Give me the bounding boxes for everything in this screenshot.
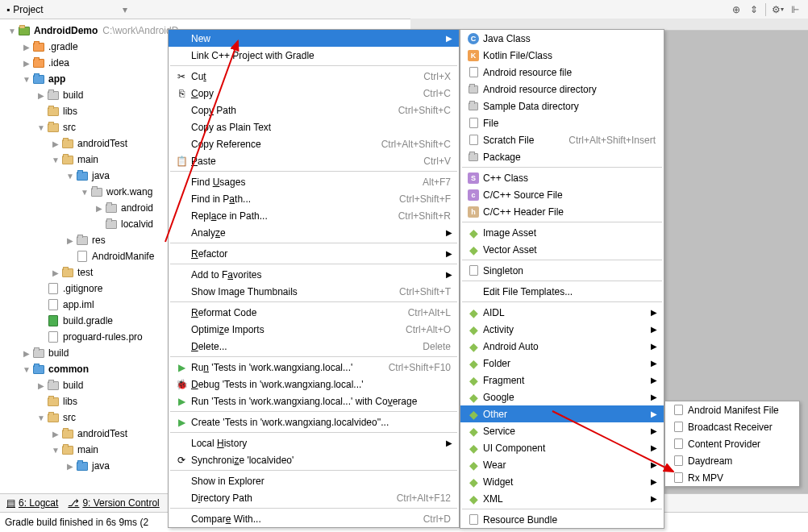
folder-icon xyxy=(90,186,103,197)
menu-item[interactable]: Reformat CodeCtrl+Alt+L xyxy=(169,304,459,321)
menu-item[interactable]: ▶Run 'Tests in 'work.wangxiang.local...'… xyxy=(169,393,459,409)
hide-icon[interactable]: ⊩ xyxy=(789,3,802,16)
menu-item[interactable]: ▶Run 'Tests in 'work.wangxiang.local...'… xyxy=(169,359,459,376)
menu-item[interactable]: ◆Widget▶ xyxy=(460,473,664,490)
menu-item[interactable]: KKotlin File/Class xyxy=(460,47,664,64)
menu-item[interactable]: SC++ Class xyxy=(460,169,664,186)
menu-icon: ▶ xyxy=(173,396,190,407)
tree-arrow-icon[interactable]: ▼ xyxy=(50,156,61,164)
menu-item[interactable]: Package xyxy=(460,148,664,165)
menu-icon xyxy=(465,135,481,145)
tree-arrow-icon[interactable]: ▼ xyxy=(65,172,76,181)
menu-item[interactable]: ◆Vector Asset xyxy=(460,241,664,258)
menu-item[interactable]: ◆Fragment▶ xyxy=(460,372,664,389)
menu-item[interactable]: ◆Service▶ xyxy=(460,422,664,439)
menu-item[interactable]: ⎘CopyCtrl+C xyxy=(169,85,459,102)
menu-item[interactable]: 📋PasteCtrl+V xyxy=(169,152,459,169)
menu-item[interactable]: ◆Wear▶ xyxy=(460,456,664,473)
menu-item[interactable]: Android resource directory xyxy=(460,81,664,98)
tree-arrow-icon[interactable]: ▼ xyxy=(21,365,32,374)
menu-item[interactable]: Optimize ImportsCtrl+Alt+O xyxy=(169,321,459,338)
menu-item[interactable]: ◆UI Component▶ xyxy=(460,439,664,456)
tree-arrow-icon[interactable]: ▶ xyxy=(21,43,32,52)
gear-icon[interactable]: ⚙▾ xyxy=(771,3,784,16)
menu-item[interactable]: Android Manifest File xyxy=(665,401,799,418)
menu-icon: ▶ xyxy=(173,417,190,428)
menu-item[interactable]: ▶Create 'Tests in 'work.wangxiang.localv… xyxy=(169,414,459,430)
menu-item[interactable]: Replace in Path...Ctrl+Shift+R xyxy=(169,207,459,224)
tree-arrow-icon[interactable]: ▶ xyxy=(65,236,76,245)
tree-arrow-icon[interactable]: ▼ xyxy=(21,75,32,84)
menu-item[interactable]: Compare With...Ctrl+D xyxy=(169,510,459,527)
menu-item[interactable]: Resource Bundle xyxy=(460,511,664,528)
menu-item[interactable]: Rx MPV xyxy=(665,469,799,486)
menu-item[interactable]: Sample Data directory xyxy=(460,98,664,114)
menu-item[interactable]: ⟳Synchronize 'localvideo' xyxy=(169,451,459,468)
tree-arrow-icon[interactable]: ▶ xyxy=(21,59,32,68)
menu-item[interactable]: Local History▶ xyxy=(169,434,459,451)
menu-item[interactable]: CJava Class xyxy=(460,30,664,47)
menu-item[interactable]: Show Image ThumbnailsCtrl+Shift+T xyxy=(169,283,459,300)
menu-item[interactable]: ✂CutCtrl+X xyxy=(169,68,459,85)
dropdown-arrow-icon[interactable]: ▾ xyxy=(123,4,127,15)
menu-item[interactable]: Daydream xyxy=(665,452,799,469)
submenu-arrow-icon: ▶ xyxy=(649,426,659,435)
menu-item[interactable]: File xyxy=(460,114,664,131)
menu-item[interactable]: Android resource file xyxy=(460,64,664,81)
tree-arrow-icon[interactable]: ▼ xyxy=(50,446,61,455)
menu-item[interactable]: cC/C++ Source File xyxy=(460,186,664,203)
menu-item[interactable]: Delete...Delete xyxy=(169,338,459,355)
menu-label: AIDL xyxy=(481,307,649,318)
target-icon[interactable]: ⊕ xyxy=(730,3,743,16)
collapse-icon[interactable]: ⇕ xyxy=(748,3,760,16)
menu-icon: K xyxy=(465,50,481,61)
menu-item[interactable]: Broadcast Receiver xyxy=(665,418,799,435)
menu-icon xyxy=(670,472,686,483)
menu-item[interactable]: Scratch FileCtrl+Alt+Shift+Insert xyxy=(460,131,664,148)
menu-item[interactable]: Edit File Templates... xyxy=(460,283,664,300)
menu-item[interactable]: Content Provider xyxy=(665,435,799,452)
tree-arrow-icon[interactable]: ▶ xyxy=(65,462,76,471)
tree-arrow-icon[interactable]: ▼ xyxy=(6,27,18,35)
menu-item[interactable]: ◆Image Asset xyxy=(460,224,664,241)
menu-item[interactable]: ◆Other▶ xyxy=(460,405,664,422)
menu-item[interactable]: ◆AIDL▶ xyxy=(460,304,664,321)
menu-item[interactable]: Directory PathCtrl+Alt+F12 xyxy=(169,489,459,506)
menu-item[interactable]: Add to Favorites▶ xyxy=(169,266,459,283)
menu-item[interactable]: Singleton xyxy=(460,262,664,279)
tree-arrow-icon[interactable]: ▶ xyxy=(50,268,61,277)
tree-arrow-icon[interactable]: ▶ xyxy=(50,430,61,438)
submenu-arrow-icon: ▶ xyxy=(649,477,659,486)
menu-item[interactable]: hC/C++ Header File xyxy=(460,203,664,220)
menu-item[interactable]: ◆Activity▶ xyxy=(460,321,664,338)
menu-shortcut: Ctrl+Shift+C xyxy=(398,105,454,116)
version-control-tab[interactable]: ⎇ 9: Version Control xyxy=(68,497,159,509)
menu-item[interactable]: Find in Path...Ctrl+Shift+F xyxy=(169,190,459,207)
tree-arrow-icon[interactable]: ▶ xyxy=(35,91,47,100)
tree-arrow-icon[interactable]: ▶ xyxy=(50,139,61,148)
menu-item[interactable]: Copy PathCtrl+Shift+C xyxy=(169,102,459,118)
menu-item[interactable]: 🐞Debug 'Tests in 'work.wangxiang.local..… xyxy=(169,376,459,393)
tree-arrow-icon[interactable]: ▼ xyxy=(79,188,90,197)
menu-item[interactable]: Copy ReferenceCtrl+Alt+Shift+C xyxy=(169,135,459,152)
logcat-tab[interactable]: ▤ 6: Logcat xyxy=(6,497,58,509)
tree-label: libs xyxy=(63,396,77,407)
menu-item[interactable]: ◆Android Auto▶ xyxy=(460,338,664,355)
menu-item[interactable]: Link C++ Project with Gradle xyxy=(169,47,459,64)
menu-item[interactable]: New▶ xyxy=(169,30,459,47)
tree-label: .idea xyxy=(48,57,69,69)
tree-arrow-icon[interactable]: ▶ xyxy=(35,381,47,390)
menu-item[interactable]: Show in Explorer xyxy=(169,472,459,489)
menu-item[interactable]: Copy as Plain Text xyxy=(169,118,459,135)
project-title[interactable]: ▪ Project ▾ xyxy=(6,4,127,15)
menu-item[interactable]: ◆Google▶ xyxy=(460,389,664,405)
menu-item[interactable]: ◆XML▶ xyxy=(460,490,664,507)
tree-arrow-icon[interactable]: ▶ xyxy=(21,349,32,358)
tree-arrow-icon[interactable]: ▼ xyxy=(35,414,47,422)
tree-arrow-icon[interactable]: ▶ xyxy=(94,204,105,213)
menu-item[interactable]: Analyze▶ xyxy=(169,224,459,241)
tree-arrow-icon[interactable]: ▼ xyxy=(35,123,47,132)
menu-item[interactable]: ◆Folder▶ xyxy=(460,355,664,372)
menu-item[interactable]: Refactor▶ xyxy=(169,245,459,262)
menu-item[interactable]: Find UsagesAlt+F7 xyxy=(169,173,459,190)
